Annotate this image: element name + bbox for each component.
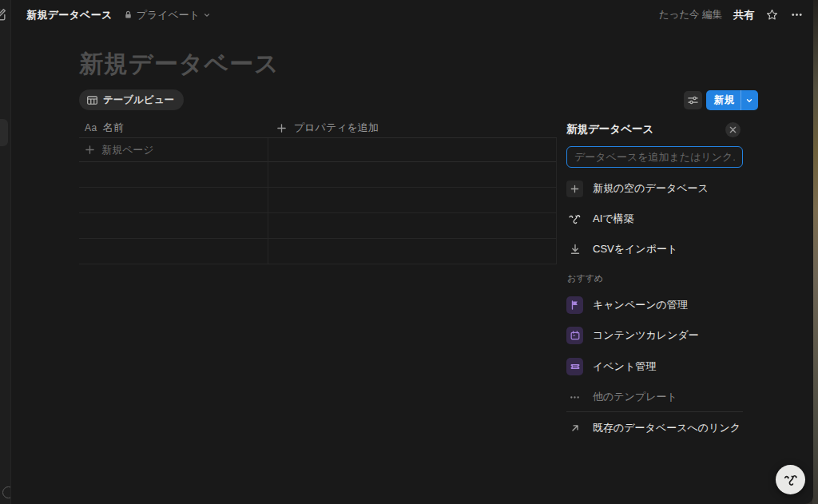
database-search-input[interactable] <box>566 146 743 168</box>
template-campaign-management[interactable]: キャンペーンの管理 <box>566 293 743 317</box>
privacy-label: プライベート <box>137 8 201 22</box>
ellipsis-icon <box>566 391 583 403</box>
table-row[interactable] <box>79 162 557 188</box>
panel-divider <box>566 411 743 412</box>
topbar: 新規データベース プライベート たった今 編集 共有 <box>0 0 813 30</box>
new-button-label[interactable]: 新規 <box>706 90 741 110</box>
action-build-with-ai[interactable]: AIで構築 <box>566 207 743 231</box>
calendar-icon <box>566 327 583 344</box>
template-label: コンテンツカレンダー <box>593 328 699 343</box>
help-icon[interactable] <box>2 486 11 498</box>
notion-window: 新規データベース プライベート たった今 編集 共有 <box>0 0 813 504</box>
action-label: AIで構築 <box>593 212 634 226</box>
edited-timestamp: たった今 編集 <box>659 8 722 22</box>
chevron-down-icon <box>203 11 211 19</box>
table-row[interactable] <box>79 239 557 264</box>
close-icon[interactable] <box>725 122 741 137</box>
plus-icon <box>566 181 583 197</box>
tab-table-view[interactable]: テーブルビュー <box>79 89 184 110</box>
action-label: CSVをインポート <box>593 242 677 256</box>
more-templates-item[interactable]: 他のテンプレート <box>566 385 743 409</box>
plus-icon <box>276 123 287 133</box>
template-content-calendar[interactable]: コンテンツカレンダー <box>566 323 743 347</box>
action-label: 新規の空のデータベース <box>593 181 709 196</box>
breadcrumb[interactable]: 新規データベース <box>26 8 113 22</box>
template-label: イベント管理 <box>593 359 656 374</box>
plus-icon <box>85 145 95 155</box>
share-button[interactable]: 共有 <box>733 8 754 22</box>
new-record-button[interactable]: 新規 <box>706 90 758 110</box>
column-divider <box>268 138 268 264</box>
template-label: キャンペーンの管理 <box>593 298 688 312</box>
link-existing-database-item[interactable]: 既存のデータベースへのリンク <box>566 416 743 440</box>
table-right-border <box>556 138 557 264</box>
view-settings-button[interactable] <box>684 91 702 109</box>
column-header-name[interactable]: Aa 名前 <box>79 121 268 135</box>
desktop-background-sliver <box>812 0 818 504</box>
compose-icon[interactable] <box>0 7 7 22</box>
ai-face-icon <box>782 471 800 489</box>
name-column-label: 名前 <box>103 121 124 135</box>
arrow-up-right-icon <box>566 423 583 434</box>
collapsed-sidebar[interactable] <box>0 0 11 504</box>
notion-ai-button[interactable] <box>776 465 805 494</box>
flag-icon <box>566 296 583 314</box>
sidebar-item-sliver[interactable] <box>0 119 8 146</box>
favorite-star-icon[interactable] <box>765 8 779 22</box>
more-options-icon[interactable] <box>790 8 804 22</box>
lock-icon <box>123 10 133 20</box>
table-row[interactable] <box>79 188 557 213</box>
link-existing-label: 既存のデータベースへのリンク <box>593 421 741 435</box>
new-button-dropdown[interactable] <box>741 90 758 110</box>
table-icon <box>86 94 98 106</box>
panel-title: 新規データベース <box>566 122 653 137</box>
recommended-section-label: おすすめ <box>567 272 603 284</box>
text-type-icon: Aa <box>85 122 97 133</box>
table-row[interactable] <box>79 213 557 239</box>
table-header-row: Aa 名前 プロパティを追加 <box>79 118 557 138</box>
view-tab-label: テーブルビュー <box>103 93 174 107</box>
new-page-label: 新規ページ <box>101 143 154 157</box>
add-property-label: プロパティを追加 <box>294 121 379 135</box>
new-page-row[interactable]: 新規ページ <box>79 138 557 162</box>
screen: 新規データベース プライベート たった今 編集 共有 <box>0 0 818 504</box>
topbar-actions: たった今 編集 共有 <box>659 0 804 30</box>
database-table: Aa 名前 プロパティを追加 新規ページ <box>79 118 557 264</box>
ticket-icon <box>566 358 583 375</box>
ai-face-icon <box>566 212 583 227</box>
page-title[interactable]: 新規データベース <box>79 48 280 81</box>
sliders-icon <box>687 94 699 106</box>
more-templates-label: 他のテンプレート <box>593 390 677 404</box>
template-event-management[interactable]: イベント管理 <box>566 355 743 379</box>
privacy-menu[interactable]: プライベート <box>123 8 212 22</box>
action-import-csv[interactable]: CSVをインポート <box>566 237 743 261</box>
action-new-empty-database[interactable]: 新規の空のデータベース <box>566 177 743 200</box>
download-icon <box>566 243 583 256</box>
add-property-button[interactable]: プロパティを追加 <box>268 121 379 135</box>
